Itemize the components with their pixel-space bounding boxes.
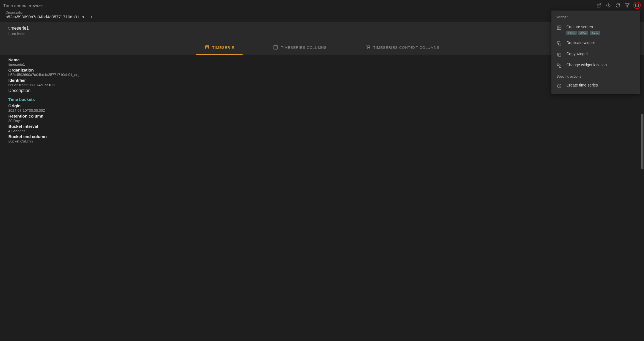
svg-point-5: [205, 45, 209, 47]
titlebar-actions: [596, 2, 641, 9]
database-icon: [205, 45, 210, 50]
menu-copy-widget[interactable]: Copy widget: [551, 49, 640, 60]
svg-rect-11: [368, 48, 370, 49]
chevron-down-icon: ▾: [91, 15, 92, 19]
copy-icon: [556, 52, 562, 57]
svg-rect-16: [557, 64, 559, 65]
svg-rect-17: [559, 66, 561, 68]
organization-value: b52c4593690a7a04bd4d35771710db91_org: [8, 73, 636, 77]
move-icon: [556, 63, 562, 68]
capture-label: Capture screen: [566, 25, 635, 29]
tabs: TIMESERIE TIMESERIES COLUMNS TIMESERIES …: [8, 41, 636, 55]
menu-change-location[interactable]: Change widget location: [551, 60, 640, 71]
titlebar: Time series browser: [0, 0, 644, 11]
svg-rect-15: [558, 54, 561, 56]
bucket-end-label: Bucket end column: [8, 134, 636, 139]
change-location-label: Change widget location: [566, 63, 635, 67]
popup-header: Widget: [551, 14, 640, 22]
create-label: Create time series: [566, 83, 635, 87]
field-bucket-end: Bucket end column Bucket Column: [8, 134, 636, 143]
timeseries-source: from tests: [8, 31, 636, 36]
plus-circle-icon: [556, 83, 562, 88]
svg-rect-3: [636, 4, 639, 7]
field-organization: Organization b52c4593690a7a04bd4d3577171…: [8, 68, 636, 77]
refresh-icon[interactable]: [615, 2, 621, 8]
duplicate-icon: [556, 41, 562, 46]
organization-label: Organization: [8, 68, 636, 72]
capture-badges: PNG JPG SVG: [566, 31, 635, 35]
page-title: Time series browser: [3, 3, 43, 8]
time-buckets-title: Time buckets: [8, 97, 636, 102]
duplicate-label: Duplicate widget: [566, 40, 635, 45]
svg-marker-2: [625, 4, 629, 7]
menu-duplicate-widget[interactable]: Duplicate widget: [551, 38, 640, 49]
timeseries-name: timeserie1: [8, 26, 636, 31]
tab-label: TIMESERIE: [212, 45, 234, 50]
content: Name timeserie1 Organization b52c4593690…: [0, 55, 644, 147]
context-columns-icon: [365, 45, 370, 50]
svg-line-0: [599, 4, 601, 6]
identifier-value: 668e610956268074d0aa1868: [8, 83, 636, 87]
interval-value: 4 Seconds: [8, 129, 636, 133]
scrollbar[interactable]: [641, 114, 643, 169]
tab-label: TIMESERIES COLUMNS: [281, 45, 327, 50]
name-value: timeserie1: [8, 62, 636, 67]
widget-menu-icon[interactable]: [633, 2, 641, 9]
organization-label: Organization: [6, 11, 638, 14]
identifier-label: Identifier: [8, 78, 636, 83]
organization-value: b52c4593690a7a04bd4d35771710db91_o...: [6, 14, 87, 19]
clock-icon[interactable]: [605, 2, 611, 8]
columns-icon: [273, 45, 278, 50]
filter-icon[interactable]: [624, 2, 630, 8]
retention-value: 30 Days: [8, 119, 636, 123]
field-identifier: Identifier 668e610956268074d0aa1868: [8, 78, 636, 87]
svg-rect-9: [366, 46, 368, 49]
origin-value: 2024-07-10T00:00:00Z: [8, 108, 636, 113]
tab-timeserie[interactable]: TIMESERIE: [196, 41, 243, 55]
origin-label: Origin: [8, 103, 636, 108]
popup-specific-header: Specific actions: [551, 71, 640, 80]
description-label: Description: [8, 88, 636, 93]
tab-timeseries-columns[interactable]: TIMESERIES COLUMNS: [265, 41, 335, 55]
svg-point-13: [558, 27, 559, 27]
svg-rect-10: [368, 46, 370, 47]
widget-menu-popup: Widget Capture screen PNG JPG SVG Duplic…: [551, 11, 640, 94]
svg-rect-14: [559, 43, 561, 45]
tab-timeseries-context-columns[interactable]: TIMESERIES CONTEXT COLUMNS: [357, 41, 448, 55]
header-band: timeserie1 from tests TIMESERIE TIMESERI…: [0, 22, 644, 55]
field-interval: Bucket interval 4 Seconds: [8, 124, 636, 133]
image-icon: [556, 25, 562, 30]
menu-create-time-series[interactable]: Create time series: [551, 80, 640, 91]
popout-icon[interactable]: [596, 2, 602, 8]
interval-label: Bucket interval: [8, 124, 636, 129]
field-name: Name timeserie1: [8, 57, 636, 67]
name-label: Name: [8, 57, 636, 62]
tab-label: TIMESERIES CONTEXT COLUMNS: [373, 45, 439, 50]
retention-label: Retention column: [8, 114, 636, 118]
badge-svg[interactable]: SVG: [590, 31, 600, 35]
bucket-end-value: Bucket Column: [8, 139, 636, 143]
copy-label: Copy widget: [566, 52, 635, 56]
svg-rect-6: [274, 45, 278, 49]
organization-selector[interactable]: Organization b52c4593690a7a04bd4d3577171…: [0, 11, 644, 22]
badge-jpg[interactable]: JPG: [578, 31, 588, 35]
field-retention: Retention column 30 Days: [8, 114, 636, 123]
menu-capture-screen[interactable]: Capture screen PNG JPG SVG: [551, 22, 640, 38]
field-origin: Origin 2024-07-10T00:00:00Z: [8, 103, 636, 113]
badge-png[interactable]: PNG: [566, 31, 577, 35]
